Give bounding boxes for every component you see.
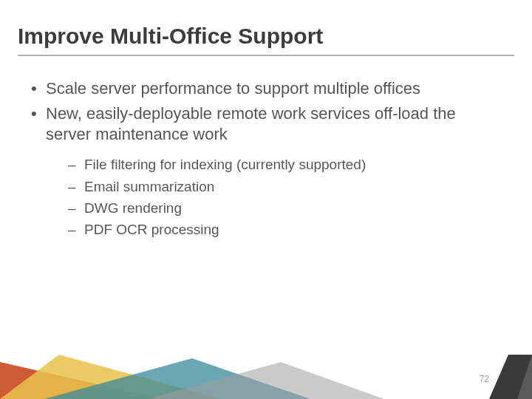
sub-bullet-item: PDF OCR processing bbox=[66, 220, 502, 239]
bullet-text: New, easily-deployable remote work servi… bbox=[46, 104, 456, 143]
sub-bullet-item: File filtering for indexing (currently s… bbox=[66, 155, 502, 174]
bullet-item: New, easily-deployable remote work servi… bbox=[30, 103, 502, 239]
bullet-item: Scale server performance to support mult… bbox=[30, 78, 502, 99]
footer-triangles-icon bbox=[0, 355, 532, 399]
slide-title: Improve Multi-Office Support bbox=[18, 24, 323, 49]
page-number: 72 bbox=[480, 374, 489, 384]
bullet-list: Scale server performance to support mult… bbox=[30, 78, 502, 239]
footer-art bbox=[0, 355, 532, 399]
sub-bullet-list: File filtering for indexing (currently s… bbox=[46, 155, 502, 238]
slide-body: Scale server performance to support mult… bbox=[30, 78, 502, 243]
sub-bullet-item: DWG rendering bbox=[66, 199, 502, 217]
title-underline bbox=[18, 55, 514, 56]
sub-bullet-item: Email summarization bbox=[66, 177, 502, 196]
slide: Improve Multi-Office Support Scale serve… bbox=[0, 0, 532, 399]
